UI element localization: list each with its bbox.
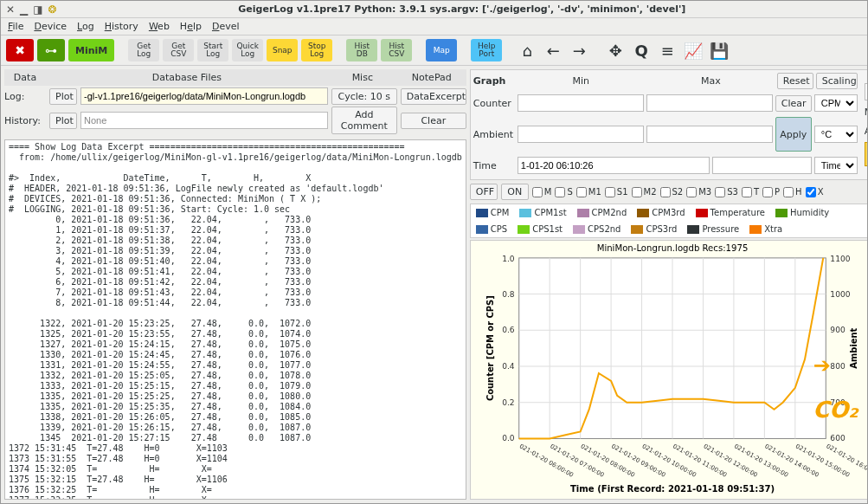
time-max-input[interactable] (712, 157, 812, 174)
clear-notepad-button[interactable]: Clear (401, 113, 466, 129)
menu-log[interactable]: Log (77, 21, 94, 32)
add-comment-button[interactable]: Add Comment (331, 107, 397, 134)
plot-area[interactable]: 0.00.20.4 0.60.81.0 600700800 9001000110… (470, 240, 867, 500)
back-icon[interactable]: ← (542, 42, 564, 60)
map-button[interactable]: Map (426, 39, 457, 61)
home-icon[interactable]: ⌂ (516, 42, 538, 60)
log-path-input[interactable] (80, 87, 328, 105)
svg-text:021-01-20 06:00:00: 021-01-20 06:00:00 (518, 442, 575, 478)
log-text-area[interactable]: ==== Show Log Data Excerpt =============… (4, 139, 466, 500)
cycle-button[interactable]: Cycle: 10 s (331, 88, 397, 105)
check-m[interactable]: M (532, 187, 552, 197)
window-minimize-icon[interactable]: ▁ (20, 3, 28, 16)
apply-button[interactable]: Apply (775, 117, 812, 152)
get-log-button[interactable]: Get Log (128, 39, 159, 61)
pan-icon[interactable]: ✥ (604, 42, 627, 60)
window-maximize-icon[interactable]: ◨ (33, 3, 42, 16)
snap-button[interactable]: Snap (267, 39, 298, 61)
header-data: Data (4, 69, 46, 86)
quick-log-button[interactable]: Quick Log (232, 39, 263, 61)
toolbar: ✖ ⊶ MiniM Get Log Get CSV Start Log Quic… (1, 36, 867, 66)
svg-text:1100: 1100 (830, 255, 850, 263)
minim-button[interactable]: MiniM (68, 39, 114, 61)
menu-devel[interactable]: Devel (212, 21, 240, 32)
help-port-button[interactable]: Help Port (471, 39, 502, 61)
legend-item: CPS1st (518, 224, 563, 234)
svg-text:0.4: 0.4 (502, 362, 515, 371)
check-s1[interactable]: S1 (605, 187, 628, 197)
xtra-select[interactable]: Xtra (865, 83, 867, 100)
zoom-icon[interactable]: Q (630, 42, 653, 60)
svg-text:0.2: 0.2 (502, 398, 514, 407)
legend-item: CPM2nd (577, 208, 627, 217)
check-t[interactable]: T (742, 187, 759, 197)
connect-icon[interactable]: ⊶ (37, 39, 65, 61)
plot-hist-button[interactable]: Plot (49, 113, 77, 129)
save-icon[interactable]: 💾 (708, 42, 730, 60)
svg-text:021-01-20 11:00:00: 021-01-20 11:00:00 (672, 442, 729, 478)
check-m2[interactable]: M2 (632, 187, 657, 197)
on-button[interactable]: ON (501, 184, 529, 200)
arrow-icon: ➔ (813, 353, 831, 378)
check-h[interactable]: H (783, 187, 802, 197)
sliders-icon[interactable]: ≡ (656, 42, 678, 60)
menu-history[interactable]: History (105, 21, 138, 32)
counter-max-input[interactable] (646, 94, 773, 112)
menu-device[interactable]: Device (34, 21, 67, 32)
window-title: GeigerLog v1.1pre17 Python: 3.9.1 sys.ar… (62, 3, 862, 15)
forward-icon[interactable]: → (568, 42, 590, 60)
check-x[interactable]: X (806, 187, 824, 197)
hist-db-button[interactable]: Hist DB (346, 39, 377, 61)
svg-text:600: 600 (830, 435, 845, 443)
svg-text:021-01-20 08:00:00: 021-01-20 08:00:00 (579, 442, 636, 478)
label-graph: Graph (473, 75, 515, 87)
scaling-button[interactable]: Scaling (816, 73, 858, 89)
ambient-max-input[interactable] (646, 126, 773, 143)
check-s3[interactable]: S3 (715, 187, 738, 197)
degc-select[interactable]: °C (814, 126, 858, 143)
start-log-button[interactable]: Start Log (197, 39, 228, 61)
data-excerpt-button[interactable]: DataExcerpt (401, 88, 466, 105)
stop-log-button[interactable]: Stop Log (301, 39, 332, 61)
label-avg: Avg (865, 126, 867, 137)
counter-min-input[interactable] (518, 94, 644, 112)
legend-item: CPS (476, 224, 507, 234)
reset-button[interactable]: Reset (777, 73, 813, 89)
label-history: History: (4, 115, 46, 126)
menu-file[interactable]: File (8, 21, 23, 32)
svg-text:021-01-20 13:00:00: 021-01-20 13:00:00 (733, 442, 790, 478)
hist-path-input[interactable] (80, 112, 328, 129)
cpm-select[interactable]: CPM (814, 94, 858, 112)
window-close-icon[interactable]: ✕ (6, 3, 15, 16)
svg-text:Ambient: Ambient (848, 327, 858, 368)
menu-help[interactable]: Help (180, 21, 202, 32)
menu-web[interactable]: Web (149, 21, 170, 32)
legend: CPMCPM1stCPM2ndCPM3rdTemperatureHumidity… (470, 204, 867, 238)
app-icon: ❂ (48, 3, 57, 16)
get-csv-button[interactable]: Get CSV (163, 39, 194, 61)
ambient-min-input[interactable] (518, 126, 644, 143)
svg-text:800: 800 (830, 362, 845, 371)
plot-log-button[interactable]: Plot (49, 88, 77, 105)
svg-text:021-01-20 15:00:00: 021-01-20 15:00:00 (794, 442, 852, 478)
check-m3[interactable]: M3 (686, 187, 711, 197)
label-log: Log: (4, 91, 46, 102)
svg-text:021-01-20 07:00:00: 021-01-20 07:00:00 (549, 442, 606, 478)
off-button[interactable]: OFF (470, 184, 498, 200)
check-m1[interactable]: M1 (576, 187, 601, 197)
power-off-icon[interactable]: ✖ (6, 39, 34, 61)
svg-text:Time (First Record: 2021-01-18: Time (First Record: 2021-01-18 09:51:37) (570, 484, 775, 494)
time-min-input[interactable] (518, 157, 710, 174)
header-notepad: NotePad (397, 69, 466, 86)
chart-icon[interactable]: 📈 (682, 42, 704, 60)
clear-counter-button[interactable]: Clear (775, 95, 812, 112)
svg-text:0.0: 0.0 (502, 435, 515, 443)
hist-csv-button[interactable]: Hist CSV (381, 39, 412, 61)
check-s[interactable]: S (555, 187, 572, 197)
check-p[interactable]: P (762, 187, 780, 197)
label-min: Min (518, 75, 645, 87)
time-select[interactable]: Time (814, 157, 858, 174)
menubar: File Device Log History Web Help Devel (1, 18, 867, 36)
legend-item: CPS2nd (573, 224, 620, 234)
check-s2[interactable]: S2 (660, 187, 684, 197)
